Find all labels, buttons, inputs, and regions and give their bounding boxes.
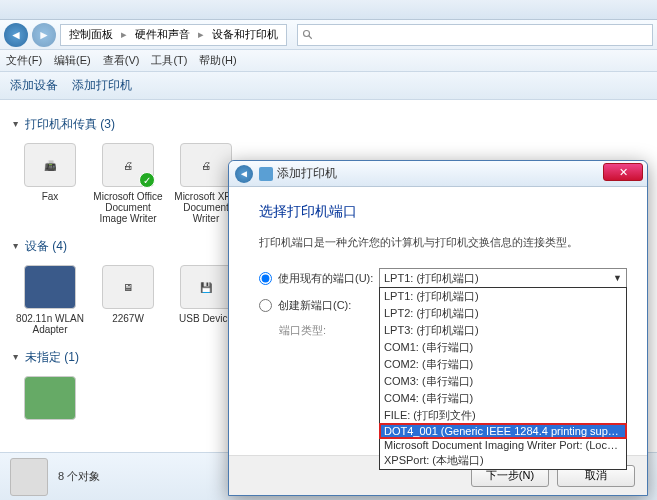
port-option[interactable]: DOT4_001 (Generic IEEE 1284.4 printing s… bbox=[380, 424, 626, 438]
close-button[interactable]: ✕ bbox=[603, 163, 643, 181]
device-item-unknown[interactable] bbox=[14, 376, 86, 424]
menu-view[interactable]: 查看(V) bbox=[103, 53, 140, 68]
dialog-titlebar: ◄ 添加打印机 ✕ bbox=[229, 161, 647, 187]
port-combobox[interactable]: LPT1: (打印机端口) ▼ bbox=[379, 268, 627, 288]
statusbar-count: 8 个对象 bbox=[58, 469, 100, 484]
create-new-port-radio[interactable] bbox=[259, 299, 272, 312]
menu-edit[interactable]: 编辑(E) bbox=[54, 53, 91, 68]
port-dropdown-list: LPT1: (打印机端口)LPT2: (打印机端口)LPT3: (打印机端口)C… bbox=[379, 287, 627, 470]
device-label: Microsoft Office Document Image Writer bbox=[92, 191, 164, 224]
device-item-msoffice-writer[interactable]: 🖨✓ Microsoft Office Document Image Write… bbox=[92, 143, 164, 224]
port-option[interactable]: COM2: (串行端口) bbox=[380, 356, 626, 373]
breadcrumb-part[interactable]: 设备和打印机 bbox=[208, 27, 282, 42]
statusbar-icon bbox=[10, 458, 48, 496]
device-item-monitor[interactable]: 🖥 2267W bbox=[92, 265, 164, 335]
add-printer-button[interactable]: 添加打印机 bbox=[72, 77, 132, 94]
device-item-fax[interactable]: 📠 Fax bbox=[14, 143, 86, 224]
use-existing-port-row: 使用现有的端口(U): LPT1: (打印机端口) ▼ LPT1: (打印机端口… bbox=[259, 268, 627, 288]
navigation-bar: ◄ ► 控制面板▸ 硬件和声音▸ 设备和打印机 bbox=[0, 20, 657, 50]
port-option[interactable]: COM3: (串行端口) bbox=[380, 373, 626, 390]
svg-point-0 bbox=[304, 30, 310, 36]
menu-help[interactable]: 帮助(H) bbox=[199, 53, 236, 68]
port-selected-value: LPT1: (打印机端口) bbox=[384, 271, 479, 286]
back-button[interactable]: ◄ bbox=[4, 23, 28, 47]
menu-bar: 文件(F) 编辑(E) 查看(V) 工具(T) 帮助(H) bbox=[0, 50, 657, 72]
breadcrumb[interactable]: 控制面板▸ 硬件和声音▸ 设备和打印机 bbox=[60, 24, 287, 46]
device-label: 802.11n WLAN Adapter bbox=[14, 313, 86, 335]
port-option[interactable]: LPT3: (打印机端口) bbox=[380, 322, 626, 339]
default-check-icon: ✓ bbox=[139, 172, 155, 188]
port-option[interactable]: XPSPort: (本地端口) bbox=[380, 452, 626, 469]
printer-icon: 🖨✓ bbox=[102, 143, 154, 187]
device-item-wlan[interactable]: 802.11n WLAN Adapter bbox=[14, 265, 86, 335]
breadcrumb-part[interactable]: 硬件和声音 bbox=[131, 27, 194, 42]
use-existing-port-label: 使用现有的端口(U): bbox=[278, 271, 379, 286]
port-option[interactable]: COM4: (串行端口) bbox=[380, 390, 626, 407]
printer-wizard-icon bbox=[259, 167, 273, 181]
device-icon bbox=[24, 376, 76, 420]
device-label: USB Device bbox=[179, 313, 233, 324]
use-existing-port-radio[interactable] bbox=[259, 272, 272, 285]
printer-icon: 🖨 bbox=[180, 143, 232, 187]
menu-tools[interactable]: 工具(T) bbox=[151, 53, 187, 68]
forward-button[interactable]: ► bbox=[32, 23, 56, 47]
add-printer-wizard: ◄ 添加打印机 ✕ 选择打印机端口 打印机端口是一种允许您的计算机与打印机交换信… bbox=[228, 160, 648, 496]
device-label: 2267W bbox=[112, 313, 144, 324]
port-option[interactable]: LPT1: (打印机端口) bbox=[380, 288, 626, 305]
add-device-button[interactable]: 添加设备 bbox=[10, 77, 58, 94]
dialog-title: 添加打印机 bbox=[277, 165, 337, 182]
dialog-body: 选择打印机端口 打印机端口是一种允许您的计算机与打印机交换信息的连接类型。 使用… bbox=[229, 187, 647, 338]
search-input[interactable] bbox=[297, 24, 653, 46]
chevron-down-icon: ▼ bbox=[613, 273, 622, 283]
port-option[interactable]: LPT2: (打印机端口) bbox=[380, 305, 626, 322]
port-option[interactable]: COM1: (串行端口) bbox=[380, 339, 626, 356]
window-titlebar bbox=[0, 0, 657, 20]
dialog-description: 打印机端口是一种允许您的计算机与打印机交换信息的连接类型。 bbox=[259, 235, 627, 250]
breadcrumb-part[interactable]: 控制面板 bbox=[65, 27, 117, 42]
section-printers[interactable]: 打印机和传真 (3) bbox=[14, 116, 643, 133]
usb-icon: 💾 bbox=[180, 265, 232, 309]
search-icon bbox=[302, 29, 314, 41]
monitor-icon: 🖥 bbox=[102, 265, 154, 309]
dialog-back-button[interactable]: ◄ bbox=[235, 165, 253, 183]
port-option[interactable]: FILE: (打印到文件) bbox=[380, 407, 626, 424]
command-bar: 添加设备 添加打印机 bbox=[0, 72, 657, 100]
menu-file[interactable]: 文件(F) bbox=[6, 53, 42, 68]
router-icon bbox=[24, 265, 76, 309]
port-option[interactable]: Microsoft Document Imaging Writer Port: … bbox=[380, 438, 626, 452]
dialog-heading: 选择打印机端口 bbox=[259, 203, 627, 221]
device-label: Fax bbox=[42, 191, 59, 202]
fax-icon: 📠 bbox=[24, 143, 76, 187]
svg-line-1 bbox=[309, 35, 312, 38]
